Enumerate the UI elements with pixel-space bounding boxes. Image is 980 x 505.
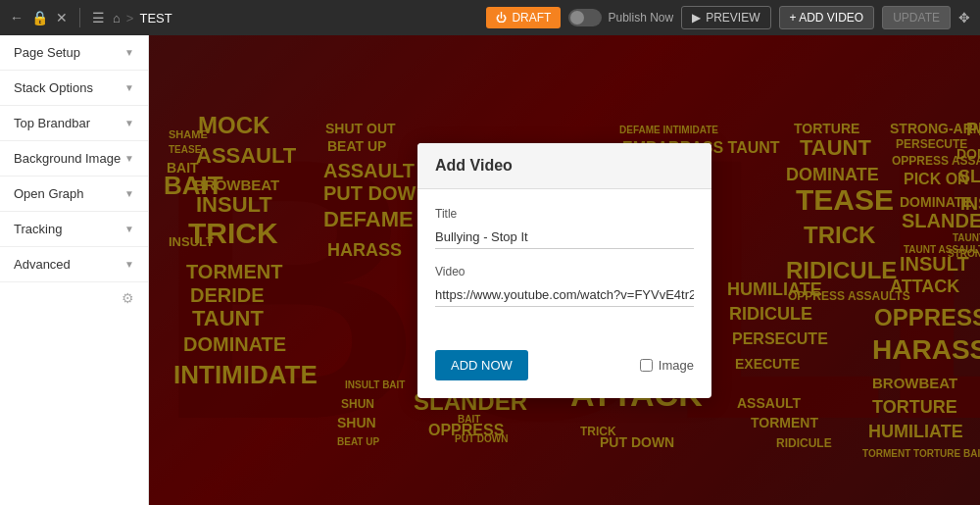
modal-overlay: Add Video Title Video ADD NOW	[149, 35, 980, 505]
separator	[79, 8, 80, 27]
modal-header: Add Video	[417, 143, 711, 189]
breadcrumb-separator: >	[126, 11, 134, 25]
chevron-icon: ▼	[124, 47, 134, 58]
image-checkbox-label: Image	[659, 358, 694, 373]
sidebar-item-page-setup[interactable]: Page Setup ▼	[0, 35, 148, 71]
lock-icon[interactable]: 🔒	[31, 10, 48, 25]
video-label: Video	[435, 265, 694, 278]
power-icon: ⏻	[496, 12, 507, 24]
add-video-modal: Add Video Title Video ADD NOW	[417, 143, 711, 398]
sidebar-item-open-graph[interactable]: Open Graph ▼	[0, 177, 148, 212]
chevron-icon: ▼	[124, 224, 134, 234]
breadcrumb: ⌂ > TEST	[113, 11, 172, 25]
toolbar-actions: ⏻ DRAFT Publish Now ▶ PREVIEW + ADD VIDE…	[486, 6, 970, 29]
chevron-icon: ▼	[124, 259, 134, 270]
modal-footer: ADD NOW Image	[417, 340, 711, 398]
chevron-icon: ▼	[124, 153, 134, 164]
title-form-group: Title	[435, 207, 694, 249]
sidebar-item-top-brandbar[interactable]: Top Brandbar ▼	[0, 106, 148, 141]
title-label: Title	[435, 207, 694, 221]
image-checkbox[interactable]	[640, 359, 653, 372]
sidebar-item-advanced[interactable]: Advanced ▼	[0, 247, 148, 282]
preview-button[interactable]: ▶ PREVIEW	[681, 6, 770, 29]
back-icon[interactable]: ←	[10, 10, 24, 25]
page-name: TEST	[139, 11, 172, 25]
publish-toggle-wrap: Publish Now	[568, 9, 673, 26]
publish-toggle[interactable]	[568, 9, 602, 26]
resize-icon[interactable]: ✥	[958, 10, 970, 25]
sidebar-item-background-image[interactable]: Background Image ▼	[0, 141, 148, 177]
menu-icon[interactable]: ☰	[92, 10, 105, 25]
preview-icon: ▶	[692, 11, 701, 25]
close-icon[interactable]: ✕	[56, 10, 68, 25]
update-button[interactable]: UPDATE	[882, 6, 951, 29]
home-icon[interactable]: ⌂	[113, 11, 121, 25]
sidebar-item-tracking[interactable]: Tracking ▼	[0, 212, 148, 247]
chevron-icon: ▼	[124, 82, 134, 93]
content-area: BULLY SHAME TEASE BAIT BAIT MOCK ASSAULT…	[149, 35, 980, 505]
sidebar: Page Setup ▼ Stack Options ▼ Top Brandba…	[0, 35, 149, 505]
chevron-icon: ▼	[124, 188, 134, 199]
chevron-icon: ▼	[124, 118, 134, 128]
main-layout: Page Setup ▼ Stack Options ▼ Top Brandba…	[0, 35, 980, 505]
toolbar: ← 🔒 ✕ ☰ ⌂ > TEST ⏻ DRAFT Publish Now ▶ P…	[0, 0, 980, 35]
modal-title: Add Video	[435, 157, 513, 174]
draft-button[interactable]: ⏻ DRAFT	[486, 7, 561, 28]
sidebar-item-stack-options[interactable]: Stack Options ▼	[0, 71, 148, 106]
title-input[interactable]	[435, 226, 694, 249]
video-form-group: Video	[435, 265, 694, 307]
add-video-button[interactable]: + ADD VIDEO	[779, 6, 875, 29]
image-checkbox-wrap: Image	[640, 358, 694, 373]
sidebar-gear-area: ⚙	[0, 282, 148, 314]
publish-now-label: Publish Now	[608, 11, 673, 25]
modal-body: Title Video	[417, 189, 711, 340]
add-now-button[interactable]: ADD NOW	[435, 350, 528, 380]
video-url-input[interactable]	[435, 283, 694, 307]
toggle-knob	[570, 11, 584, 25]
settings-gear-icon[interactable]: ⚙	[122, 290, 134, 306]
